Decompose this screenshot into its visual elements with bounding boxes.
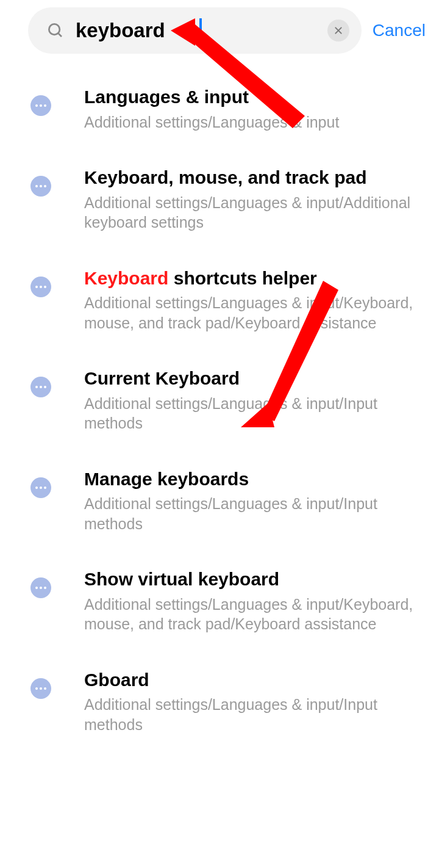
svg-line-1 <box>58 33 62 37</box>
search-box[interactable]: keyboard <box>28 7 362 54</box>
more-icon <box>30 277 51 297</box>
more-icon <box>30 176 51 197</box>
result-keyboard-mouse-trackpad[interactable]: Keyboard, mouse, and track pad Additiona… <box>30 166 416 233</box>
result-path: Additional settings/Languages & input <box>84 112 416 132</box>
result-title: Languages & input <box>84 85 416 109</box>
search-results-list: Languages & input Additional settings/La… <box>0 61 439 734</box>
result-path: Additional settings/Languages & input/In… <box>84 394 416 433</box>
result-current-keyboard[interactable]: Current Keyboard Additional settings/Lan… <box>30 367 416 433</box>
clear-search-button[interactable] <box>327 20 349 42</box>
result-path: Additional settings/Languages & input/Ke… <box>84 595 416 634</box>
result-title: Keyboard shortcuts helper <box>84 267 416 290</box>
search-input[interactable]: keyboard <box>65 19 201 42</box>
search-header: keyboard Cancel <box>0 0 439 61</box>
result-path: Additional settings/Languages & input/In… <box>84 695 416 734</box>
result-path: Additional settings/Languages & input/In… <box>84 494 416 533</box>
result-title: Gboard <box>84 668 416 692</box>
result-title: Manage keyboards <box>84 468 416 491</box>
result-path: Additional settings/Languages & input/Ad… <box>84 193 416 233</box>
result-manage-keyboards[interactable]: Manage keyboards Additional settings/Lan… <box>30 468 416 534</box>
more-icon <box>30 477 51 498</box>
result-show-virtual-keyboard[interactable]: Show virtual keyboard Additional setting… <box>30 568 416 634</box>
text-caret <box>199 18 202 43</box>
result-gboard[interactable]: Gboard Additional settings/Languages & i… <box>30 668 416 735</box>
more-icon <box>30 95 51 116</box>
result-title: Current Keyboard <box>84 367 416 390</box>
more-icon <box>30 377 51 397</box>
result-keyboard-shortcuts-helper[interactable]: Keyboard shortcuts helper Additional set… <box>30 267 416 333</box>
result-title: Show virtual keyboard <box>84 568 416 591</box>
svg-point-0 <box>49 24 60 35</box>
search-icon <box>46 21 65 40</box>
more-icon <box>30 577 51 598</box>
result-title: Keyboard, mouse, and track pad <box>84 166 416 189</box>
cancel-button[interactable]: Cancel <box>373 21 428 40</box>
result-languages-input[interactable]: Languages & input Additional settings/La… <box>30 85 416 132</box>
result-path: Additional settings/Languages & input/Ke… <box>84 293 416 333</box>
more-icon <box>30 678 51 699</box>
